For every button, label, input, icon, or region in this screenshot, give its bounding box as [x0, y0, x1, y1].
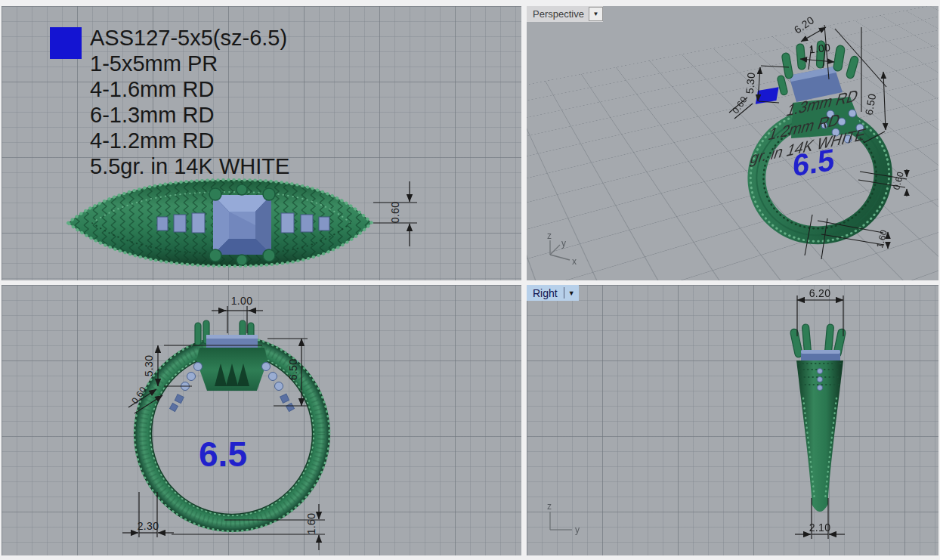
axis-z-label: z	[547, 501, 552, 512]
annotation-line: ASS127-5x5(sz-6.5)	[90, 25, 289, 51]
axis-y-label: y	[561, 238, 566, 249]
gallery-cutouts	[215, 364, 249, 386]
dim-label-210-right: 2.10	[809, 521, 830, 534]
ring-profile-right[interactable]	[790, 324, 846, 512]
rhino-cad-window: 0.60 ASS127-5x5(sz-6.5) 1-5x5mm PR 4-1.6…	[0, 0, 940, 560]
viewport-perspective[interactable]: z y x 1.3mm RD 1.2mm RD gr. in 14K WHITE…	[527, 6, 938, 280]
viewport-front-view[interactable]: 6.5 1.00 5.30 0.60 6.50 2.30 1.60	[2, 285, 521, 555]
viewport-tab-label[interactable]: Right	[533, 287, 558, 299]
ring-size-label-front: 6.5	[199, 434, 247, 475]
dim-label-160-front: 1.60	[305, 513, 317, 534]
right-view-drawing: z y	[527, 285, 938, 555]
viewport-tab-right[interactable]: Right ▼	[527, 285, 579, 301]
annotation-line: 4-1.2mm RD	[90, 128, 289, 153]
color-swatch	[50, 27, 82, 59]
axis-tripod-right	[550, 512, 572, 530]
axis-x-label: x	[572, 256, 577, 267]
front-view-drawing	[2, 285, 521, 555]
axis-tripod-perspective	[550, 240, 570, 260]
viewport-tab-label[interactable]: Perspective	[533, 8, 584, 20]
dim-label-530-persp: 5.30	[744, 72, 757, 94]
annotation-line: 4-1.6mm RD	[90, 76, 289, 102]
dim-label-230-front: 2.30	[138, 520, 159, 532]
center-stone-top[interactable]	[213, 195, 271, 255]
annotation-line: 5.5gr. in 14K WHITE	[90, 153, 289, 179]
viewport-menu-arrow[interactable]: ▼	[589, 7, 603, 21]
dim-label-100-persp: 1.00	[809, 42, 831, 56]
viewport-tab-perspective[interactable]: Perspective ▼	[527, 6, 603, 22]
dim-label-100-front: 1.00	[231, 295, 252, 307]
viewport-right-view[interactable]: z y 6.20 2.10 Right ▼	[527, 285, 938, 555]
dim-label-620-right: 6.20	[809, 287, 830, 299]
dim-label-060-top: 0.60	[389, 202, 401, 223]
annotation-line: 6-1.3mm RD	[90, 102, 289, 128]
viewport-menu-arrow[interactable]: ▼	[564, 289, 579, 297]
ring-size-label-perspective: 6.5	[793, 142, 835, 183]
annotation-line: 1-5x5mm PR	[90, 51, 289, 76]
design-annotation: ASS127-5x5(sz-6.5) 1-5x5mm PR 4-1.6mm RD…	[90, 25, 289, 179]
viewport-top-view[interactable]: 0.60 ASS127-5x5(sz-6.5) 1-5x5mm PR 4-1.6…	[2, 6, 521, 280]
axis-z-label: z	[547, 230, 552, 241]
axis-y-label: y	[575, 524, 580, 535]
accent-stones-right	[818, 369, 823, 391]
dim-label-650-front: 6.50	[287, 359, 299, 380]
dim-label-530-front: 5.30	[143, 355, 155, 376]
